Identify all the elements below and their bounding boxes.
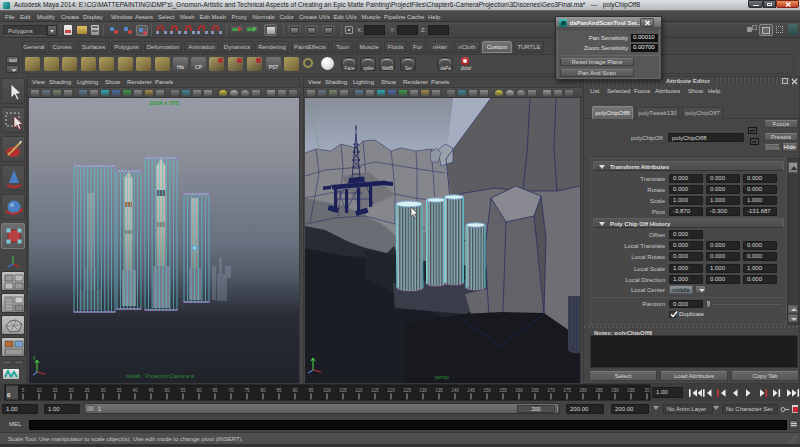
svg-text:35: 35 — [116, 388, 122, 393]
svg-text:45: 45 — [148, 388, 154, 393]
svg-text:120: 120 — [387, 388, 395, 393]
svg-text:125: 125 — [403, 388, 411, 393]
svg-text:50: 50 — [164, 388, 170, 393]
svg-text:95: 95 — [308, 388, 314, 393]
svg-text:20: 20 — [68, 388, 74, 393]
svg-text:80: 80 — [260, 388, 266, 393]
svg-text:persp: persp — [435, 374, 449, 380]
svg-text:160: 160 — [515, 388, 523, 393]
svg-text:145: 145 — [467, 388, 475, 393]
svg-text:110: 110 — [355, 388, 363, 393]
svg-text:130: 130 — [419, 388, 427, 393]
svg-text:150: 150 — [483, 388, 491, 393]
svg-text:15: 15 — [52, 388, 58, 393]
svg-text:25: 25 — [84, 388, 90, 393]
svg-text:155: 155 — [499, 388, 507, 393]
svg-text:115: 115 — [371, 388, 379, 393]
svg-text:185: 185 — [595, 388, 603, 393]
svg-text:180: 180 — [579, 388, 587, 393]
svg-text:60: 60 — [196, 388, 202, 393]
svg-text:30: 30 — [100, 388, 106, 393]
svg-text:5: 5 — [22, 388, 25, 393]
svg-text:190: 190 — [611, 388, 619, 393]
svg-text:1024 x 575: 1024 x 575 — [149, 100, 180, 106]
svg-text:75: 75 — [244, 388, 250, 393]
svg-text:titulab : ProjectionCamera a: titulab : ProjectionCamera a — [126, 373, 195, 379]
svg-text:70: 70 — [228, 388, 234, 393]
svg-text:40: 40 — [132, 388, 138, 393]
svg-text:20: 20 — [644, 388, 650, 393]
svg-text:105: 105 — [339, 388, 347, 393]
svg-text:55: 55 — [180, 388, 186, 393]
svg-text:195: 195 — [627, 388, 635, 393]
svg-text:165: 165 — [531, 388, 539, 393]
svg-text:175: 175 — [563, 388, 571, 393]
svg-text:100: 100 — [323, 388, 331, 393]
svg-text:85: 85 — [276, 388, 282, 393]
svg-text:65: 65 — [212, 388, 218, 393]
svg-text:135: 135 — [435, 388, 443, 393]
svg-text:140: 140 — [451, 388, 459, 393]
svg-text:90: 90 — [292, 388, 298, 393]
svg-text:170: 170 — [547, 388, 555, 393]
svg-text:10: 10 — [36, 388, 42, 393]
